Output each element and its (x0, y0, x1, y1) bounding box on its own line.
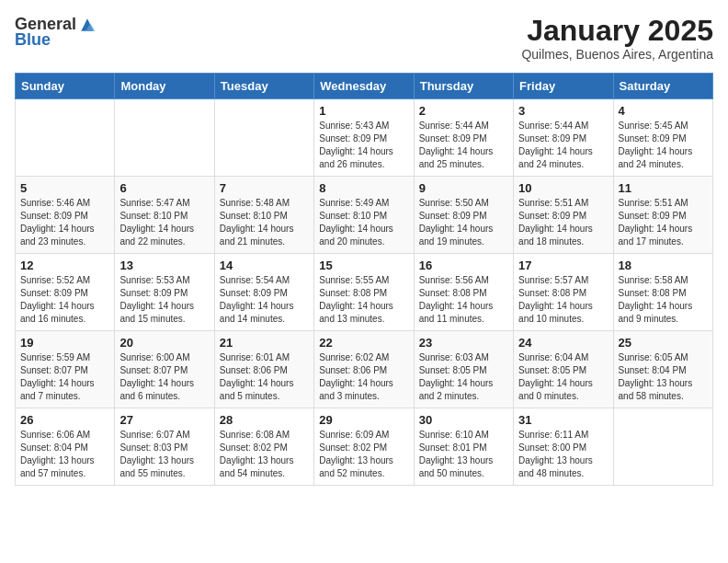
day-number: 14 (220, 259, 309, 272)
day-info: Sunrise: 6:02 AM Sunset: 8:06 PM Dayligh… (319, 351, 408, 403)
day-info: Sunrise: 5:47 AM Sunset: 8:10 PM Dayligh… (119, 197, 209, 248)
calendar-cell: 10Sunrise: 5:51 AM Sunset: 8:09 PM Dayli… (514, 177, 613, 254)
day-info: Sunrise: 5:52 AM Sunset: 8:09 PM Dayligh… (20, 274, 109, 326)
day-info: Sunrise: 6:10 AM Sunset: 8:01 PM Dayligh… (419, 429, 508, 480)
day-number: 17 (518, 259, 608, 272)
calendar-week-row: 5Sunrise: 5:46 AM Sunset: 8:09 PM Daylig… (16, 177, 713, 254)
day-number: 8 (319, 181, 408, 195)
calendar-week-row: 1Sunrise: 5:43 AM Sunset: 8:09 PM Daylig… (16, 99, 713, 177)
calendar-cell: 31Sunrise: 6:11 AM Sunset: 8:00 PM Dayli… (514, 408, 613, 486)
calendar-cell: 18Sunrise: 5:58 AM Sunset: 8:08 PM Dayli… (613, 254, 712, 331)
calendar-cell (613, 408, 712, 486)
logo-blue-text: Blue (15, 30, 51, 50)
day-info: Sunrise: 6:11 AM Sunset: 8:00 PM Dayligh… (518, 429, 608, 480)
calendar-cell: 22Sunrise: 6:02 AM Sunset: 8:06 PM Dayli… (314, 331, 414, 408)
day-number: 18 (619, 259, 708, 272)
day-number: 10 (518, 181, 608, 195)
day-info: Sunrise: 6:05 AM Sunset: 8:04 PM Dayligh… (619, 351, 708, 403)
calendar-cell: 1Sunrise: 5:43 AM Sunset: 8:09 PM Daylig… (314, 99, 414, 177)
logo-icon (78, 16, 97, 34)
calendar-cell: 21Sunrise: 6:01 AM Sunset: 8:06 PM Dayli… (214, 331, 313, 408)
day-info: Sunrise: 5:51 AM Sunset: 8:09 PM Dayligh… (619, 197, 708, 248)
day-info: Sunrise: 6:03 AM Sunset: 8:05 PM Dayligh… (419, 351, 508, 403)
month-title: January 2025 (521, 15, 713, 47)
day-number: 16 (419, 259, 508, 272)
day-number: 28 (220, 413, 309, 427)
weekday-header-saturday: Saturday (613, 74, 712, 99)
day-info: Sunrise: 5:54 AM Sunset: 8:09 PM Dayligh… (220, 274, 309, 326)
calendar-cell: 8Sunrise: 5:49 AM Sunset: 8:10 PM Daylig… (314, 177, 414, 254)
day-info: Sunrise: 5:55 AM Sunset: 8:08 PM Dayligh… (319, 274, 408, 326)
day-number: 11 (619, 181, 708, 195)
day-number: 19 (20, 336, 109, 350)
calendar-week-row: 19Sunrise: 5:59 AM Sunset: 8:07 PM Dayli… (16, 331, 713, 408)
calendar-cell: 26Sunrise: 6:06 AM Sunset: 8:04 PM Dayli… (16, 408, 115, 486)
calendar-cell: 16Sunrise: 5:56 AM Sunset: 8:08 PM Dayli… (414, 254, 513, 331)
calendar-cell: 2Sunrise: 5:44 AM Sunset: 8:09 PM Daylig… (414, 99, 513, 177)
calendar-cell: 5Sunrise: 5:46 AM Sunset: 8:09 PM Daylig… (16, 177, 115, 254)
day-info: Sunrise: 5:50 AM Sunset: 8:09 PM Dayligh… (419, 197, 508, 248)
day-number: 1 (319, 104, 408, 118)
calendar-cell: 20Sunrise: 6:00 AM Sunset: 8:07 PM Dayli… (115, 331, 214, 408)
calendar-cell: 19Sunrise: 5:59 AM Sunset: 8:07 PM Dayli… (16, 331, 115, 408)
day-number: 15 (319, 259, 408, 272)
calendar-cell: 9Sunrise: 5:50 AM Sunset: 8:09 PM Daylig… (414, 177, 513, 254)
day-number: 3 (518, 104, 608, 118)
calendar-cell: 12Sunrise: 5:52 AM Sunset: 8:09 PM Dayli… (16, 254, 115, 331)
calendar-cell: 27Sunrise: 6:07 AM Sunset: 8:03 PM Dayli… (115, 408, 214, 486)
day-info: Sunrise: 5:59 AM Sunset: 8:07 PM Dayligh… (20, 351, 109, 403)
day-info: Sunrise: 5:53 AM Sunset: 8:09 PM Dayligh… (119, 274, 209, 326)
day-info: Sunrise: 5:51 AM Sunset: 8:09 PM Dayligh… (518, 197, 608, 248)
calendar-cell: 28Sunrise: 6:08 AM Sunset: 8:02 PM Dayli… (214, 408, 313, 486)
weekday-header-friday: Friday (514, 74, 613, 99)
day-number: 20 (119, 336, 209, 350)
day-info: Sunrise: 5:48 AM Sunset: 8:10 PM Dayligh… (220, 197, 309, 248)
calendar-cell: 29Sunrise: 6:09 AM Sunset: 8:02 PM Dayli… (314, 408, 414, 486)
calendar-cell (16, 99, 115, 177)
day-info: Sunrise: 5:46 AM Sunset: 8:09 PM Dayligh… (20, 197, 109, 248)
weekday-header-tuesday: Tuesday (214, 74, 313, 99)
weekday-header-wednesday: Wednesday (314, 74, 414, 99)
day-number: 12 (20, 259, 109, 272)
day-info: Sunrise: 6:06 AM Sunset: 8:04 PM Dayligh… (20, 429, 109, 480)
day-number: 9 (419, 181, 508, 195)
day-info: Sunrise: 5:44 AM Sunset: 8:09 PM Dayligh… (518, 120, 608, 171)
calendar-cell: 7Sunrise: 5:48 AM Sunset: 8:10 PM Daylig… (214, 177, 313, 254)
calendar-cell: 30Sunrise: 6:10 AM Sunset: 8:01 PM Dayli… (414, 408, 513, 486)
day-info: Sunrise: 6:00 AM Sunset: 8:07 PM Dayligh… (119, 351, 209, 403)
calendar-cell: 6Sunrise: 5:47 AM Sunset: 8:10 PM Daylig… (115, 177, 214, 254)
calendar-week-row: 26Sunrise: 6:06 AM Sunset: 8:04 PM Dayli… (16, 408, 713, 486)
day-number: 22 (319, 336, 408, 350)
day-number: 4 (619, 104, 708, 118)
day-number: 31 (518, 413, 608, 427)
day-number: 13 (119, 259, 209, 272)
day-number: 21 (220, 336, 309, 350)
day-number: 24 (518, 336, 608, 350)
day-number: 2 (419, 104, 508, 118)
day-number: 6 (119, 181, 209, 195)
weekday-header-row: SundayMondayTuesdayWednesdayThursdayFrid… (16, 74, 713, 99)
calendar-cell (214, 99, 313, 177)
day-number: 7 (220, 181, 309, 195)
day-info: Sunrise: 6:01 AM Sunset: 8:06 PM Dayligh… (220, 351, 309, 403)
calendar-cell: 11Sunrise: 5:51 AM Sunset: 8:09 PM Dayli… (613, 177, 712, 254)
day-info: Sunrise: 5:56 AM Sunset: 8:08 PM Dayligh… (419, 274, 508, 326)
title-block: January 2025 Quilmes, Buenos Aires, Arge… (521, 15, 713, 62)
calendar-cell: 13Sunrise: 5:53 AM Sunset: 8:09 PM Dayli… (115, 254, 214, 331)
day-number: 5 (20, 181, 109, 195)
day-info: Sunrise: 6:04 AM Sunset: 8:05 PM Dayligh… (518, 351, 608, 403)
weekday-header-monday: Monday (115, 74, 214, 99)
day-info: Sunrise: 5:43 AM Sunset: 8:09 PM Dayligh… (319, 120, 408, 171)
day-info: Sunrise: 6:09 AM Sunset: 8:02 PM Dayligh… (319, 429, 408, 480)
location-subtitle: Quilmes, Buenos Aires, Argentina (521, 47, 713, 62)
day-info: Sunrise: 5:44 AM Sunset: 8:09 PM Dayligh… (419, 120, 508, 171)
calendar-cell: 25Sunrise: 6:05 AM Sunset: 8:04 PM Dayli… (613, 331, 712, 408)
day-number: 29 (319, 413, 408, 427)
calendar-week-row: 12Sunrise: 5:52 AM Sunset: 8:09 PM Dayli… (16, 254, 713, 331)
calendar-cell: 3Sunrise: 5:44 AM Sunset: 8:09 PM Daylig… (514, 99, 613, 177)
day-number: 25 (619, 336, 708, 350)
calendar-cell: 17Sunrise: 5:57 AM Sunset: 8:08 PM Dayli… (514, 254, 613, 331)
day-info: Sunrise: 5:58 AM Sunset: 8:08 PM Dayligh… (619, 274, 708, 326)
calendar-cell: 4Sunrise: 5:45 AM Sunset: 8:09 PM Daylig… (613, 99, 712, 177)
day-info: Sunrise: 6:07 AM Sunset: 8:03 PM Dayligh… (119, 429, 209, 480)
